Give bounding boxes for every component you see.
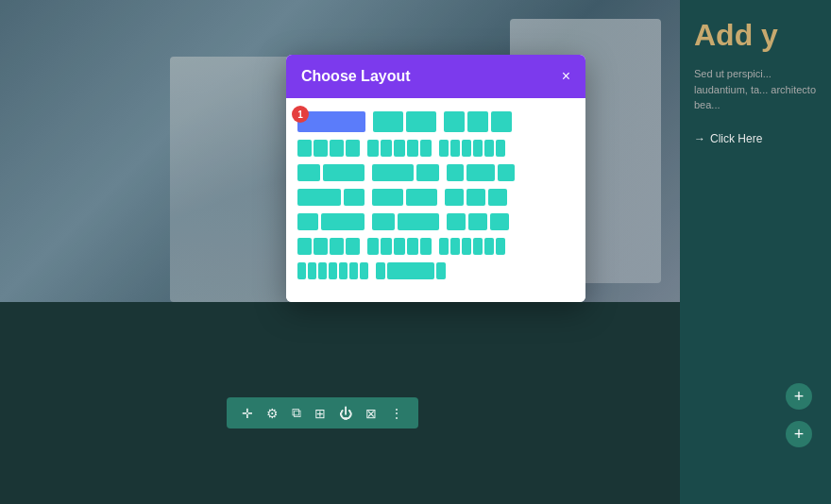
dialog-close-button[interactable]: × [562,69,570,84]
toolbar-settings-icon[interactable]: ⚙ [266,406,279,421]
layout-option-4col-v2[interactable] [297,238,360,255]
layout-option-4col[interactable] [297,140,360,157]
layout-row-3 [297,164,574,181]
layout-option-2col[interactable] [373,111,436,132]
toolbar-move-icon[interactable]: ✛ [242,406,253,421]
layout-option-3col-v2[interactable] [445,189,507,206]
toolbar-copy-icon[interactable]: ⧉ [292,405,301,421]
layout-row-7 [297,262,574,279]
layout-option-5col[interactable] [367,140,432,157]
layout-row-2 [297,140,574,157]
dialog-body: 1 [286,98,585,302]
layout-option-sm-lg-sm[interactable] [376,262,446,279]
choose-layout-dialog: Choose Layout × 1 [286,55,585,302]
layout-option-small-big-v2[interactable] [297,213,365,230]
layout-option-equal-2[interactable] [372,189,437,206]
layout-option-7col[interactable] [297,262,368,279]
layout-row-4 [297,189,574,206]
layout-option-5col-v2[interactable] [367,238,432,255]
layout-option-3col-v3[interactable] [447,213,509,230]
add-button-1[interactable]: + [786,383,812,410]
layout-option-2-1[interactable] [372,164,439,181]
dialog-header: Choose Layout × [286,55,585,98]
layout-row-6 [297,238,574,255]
layout-option-6col-v2[interactable] [439,238,505,255]
right-panel-body: Sed ut perspici... laudantium, ta... arc… [694,66,817,113]
toolbar-grid-icon[interactable]: ⊞ [314,406,326,421]
right-panel-title: Add y [694,19,817,52]
layout-option-6col[interactable] [439,140,505,157]
layout-option-3col[interactable] [444,111,512,132]
layout-row-5 [297,213,574,230]
click-here-link[interactable]: → Click Here [694,132,817,145]
layout-option-big-small[interactable] [297,189,365,206]
layout-option-1-2-1[interactable] [447,164,515,181]
layout-row-1: 1 [297,111,574,132]
toolbar-power-icon[interactable]: ⏻ [339,406,352,421]
layout-option-1-2[interactable] [297,164,365,181]
add-button-2[interactable]: + [786,421,812,447]
arrow-icon: → [694,132,705,145]
dialog-title: Choose Layout [301,68,411,85]
layout-option-mixed-3[interactable] [372,213,439,230]
toolbar: ✛ ⚙ ⧉ ⊞ ⏻ ⊠ ⋮ [227,397,418,428]
toolbar-delete-icon[interactable]: ⊠ [365,406,377,421]
selected-badge: 1 [292,106,309,123]
toolbar-more-icon[interactable]: ⋮ [390,406,403,421]
layout-option-1col[interactable]: 1 [297,111,365,132]
